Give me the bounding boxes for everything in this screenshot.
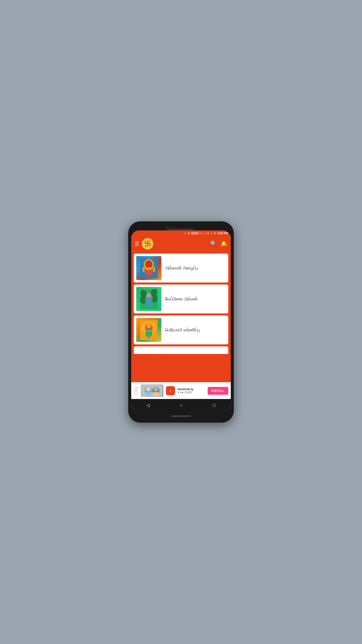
svg-rect-15 xyxy=(147,298,151,300)
app-logo: 卐 xyxy=(142,238,153,250)
signal-icon: ▲ xyxy=(202,232,204,234)
phone-screen: ⊙ ⏰ VOLTE G ▲ LTE ▲ 🔋 4:22 PM ☰ 卐 🔍 🔔 xyxy=(131,230,231,412)
search-icon[interactable]: 🔍 xyxy=(210,240,217,247)
card-title-1: அங்காளி அழைப்பு xyxy=(165,265,198,271)
lte-label: LTE xyxy=(205,232,209,234)
ad-rating: 4.4★ FREE xyxy=(177,391,205,394)
status-bar: ⊙ ⏰ VOLTE G ▲ LTE ▲ 🔋 4:22 PM xyxy=(131,230,231,236)
card-image-veppilai xyxy=(136,287,161,311)
ad-app-icon: ♪ xyxy=(166,386,175,395)
ad-thumbnail xyxy=(141,384,163,397)
svg-rect-27 xyxy=(149,336,151,338)
svg-rect-16 xyxy=(146,300,151,306)
svg-rect-26 xyxy=(147,336,149,338)
status-icons: ⊙ ⏰ VOLTE G ▲ LTE ▲ 🔋 4:22 PM xyxy=(184,232,228,235)
phone-shell: ⊙ ⏰ VOLTE G ▲ LTE ▲ 🔋 4:22 PM ☰ 卐 🔍 🔔 xyxy=(128,221,234,423)
svg-rect-34 xyxy=(153,392,158,396)
ad-banner: ✕ i ♪ xyxy=(131,382,231,399)
ad-info-button[interactable]: i xyxy=(134,391,138,395)
card-image-angaali xyxy=(136,256,161,280)
recent-button[interactable]: □ xyxy=(208,402,221,409)
svg-rect-33 xyxy=(146,392,151,396)
card-image-periyaayi xyxy=(136,318,161,342)
main-content: அங்காளி அழைப்பு xyxy=(131,252,231,382)
status-time: 4:22 PM xyxy=(217,232,228,235)
card-title-2: வேப்பிலை அம்மன் xyxy=(165,296,198,302)
ad-content: ♪ musical.ly 4.4★ FREE INSTALL xyxy=(166,386,228,395)
home-bar xyxy=(171,416,191,417)
header-left: ☰ 卐 xyxy=(135,238,153,250)
home-button[interactable]: ○ xyxy=(175,402,188,409)
signal-icon2: ▲ xyxy=(210,232,213,234)
alarm-icon: ⏰ xyxy=(187,232,190,234)
nav-bar: ◁ ○ □ xyxy=(131,399,231,412)
list-item[interactable]: அங்காளி அழைப்பு xyxy=(134,254,228,283)
svg-point-14 xyxy=(147,293,151,298)
battery-icon: 🔋 xyxy=(213,232,216,234)
svg-point-20 xyxy=(146,323,151,328)
volte-badge: VOLTE xyxy=(191,232,198,234)
svg-rect-25 xyxy=(153,330,155,334)
network-g-icon: G xyxy=(199,232,201,234)
home-indicator xyxy=(131,412,231,418)
svg-point-23 xyxy=(146,330,152,332)
ad-close-button[interactable]: ✕ xyxy=(134,386,138,391)
svg-rect-24 xyxy=(143,330,145,334)
list-item[interactable]: பெரியாயி வர்ணிப்பு xyxy=(134,315,228,344)
hamburger-menu-icon[interactable]: ☰ xyxy=(135,241,139,247)
svg-point-2 xyxy=(145,260,152,268)
svg-point-5 xyxy=(145,267,153,270)
list-item[interactable]: வேப்பிலை அம்மன் xyxy=(134,285,228,313)
svg-rect-7 xyxy=(153,267,155,272)
card-title-3: பெரியாயி வர்ணிப்பு xyxy=(165,327,200,333)
svg-point-32 xyxy=(154,387,158,391)
ad-close-area: ✕ i xyxy=(134,386,138,395)
header-right: 🔍 🔔 xyxy=(210,240,227,247)
radio-icon: ⊙ xyxy=(184,232,186,234)
back-button[interactable]: ◁ xyxy=(141,401,155,409)
ad-app-name: musical.ly xyxy=(177,387,205,391)
svg-point-31 xyxy=(146,387,150,391)
musicaly-icon: ♪ xyxy=(169,388,171,393)
ad-text: musical.ly 4.4★ FREE xyxy=(177,387,205,394)
svg-rect-6 xyxy=(143,267,145,272)
swastika-icon: 卐 xyxy=(145,240,151,248)
partial-card xyxy=(134,346,228,354)
bell-icon[interactable]: 🔔 xyxy=(220,240,227,247)
ad-install-button[interactable]: INSTALL xyxy=(208,387,228,395)
app-header: ☰ 卐 🔍 🔔 xyxy=(131,236,231,252)
